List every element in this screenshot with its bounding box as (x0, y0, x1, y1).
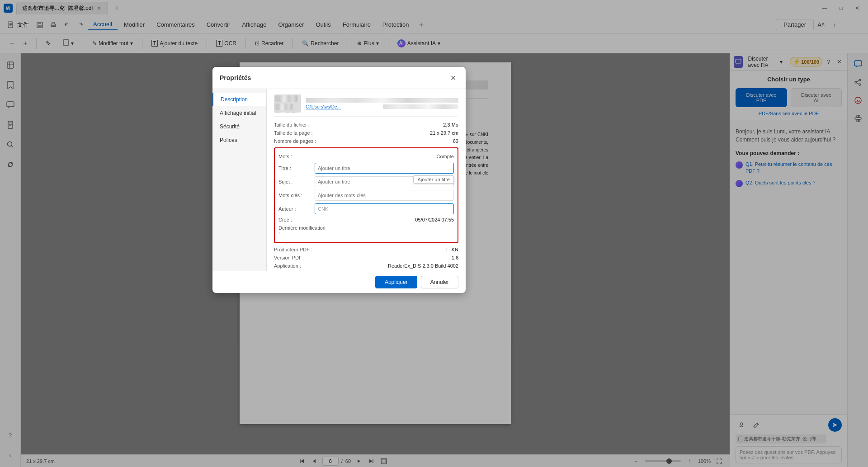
prop-application: Application : ReaderEx_DIS 2.3.0 Build 4… (274, 263, 458, 269)
meta-header: Mots : Compte (278, 152, 454, 161)
dialog-close-button[interactable]: ✕ (448, 72, 458, 83)
dlg-polices-item[interactable]: Polices (212, 133, 266, 147)
dlg-securite-item[interactable]: Sécurité (212, 120, 266, 133)
dialog-body: Description Affichage initial Sécurité P… (212, 89, 466, 271)
file-path-text[interactable]: C:\Users\ws\De... (306, 104, 381, 109)
pdf-info: Producteur PDF : TTKN Version PDF : 1.6 … (274, 247, 458, 269)
auteur-input[interactable] (315, 203, 454, 214)
apply-button[interactable]: Appliquer (375, 276, 417, 288)
dlg-description-item[interactable]: Description (212, 93, 266, 106)
cree-row: Créé : 05/07/2024 07:55 (278, 217, 454, 222)
file-thumbnail (274, 94, 301, 113)
prop-file-size: Taille du fichier : 2,3 Mo (274, 122, 458, 127)
mots-cles-row: Mots-clés : (278, 190, 454, 201)
dialog-sidebar: Description Affichage initial Sécurité P… (212, 89, 267, 271)
titre-row: Titre : Ajouter un titre (278, 163, 454, 174)
cancel-button[interactable]: Annuler (421, 276, 458, 288)
dialog-content: C:\Users\ws\De... Taille du fichier : 2,… (267, 89, 466, 271)
prop-producteur: Producteur PDF : TTKN (274, 247, 458, 252)
dlg-affichage-item[interactable]: Affichage initial (212, 106, 266, 120)
titre-input[interactable] (315, 163, 454, 174)
prop-num-pages: Nombre de pages : 60 (274, 138, 458, 144)
prop-version: Version PDF : 1.6 (274, 255, 458, 260)
file-path-area: C:\Users\ws\De... (306, 98, 458, 109)
mots-cles-input[interactable] (315, 190, 454, 201)
dialog-footer: Appliquer Annuler (212, 271, 466, 293)
meta-section: Mots : Compte Titre : Ajouter un titre S… (274, 147, 458, 243)
auteur-row: Auteur : (278, 203, 454, 214)
titre-tooltip: Ajouter un titre (413, 175, 454, 184)
properties-dialog: Propriétés ✕ Description Affichage initi… (212, 67, 466, 293)
derniere-modification-row: Dernière modification : (278, 225, 454, 236)
prop-page-size: Taille de la page : 21 x 29,7 cm (274, 130, 458, 136)
static-props: Taille du fichier : 2,3 Mo Taille de la … (274, 122, 458, 144)
file-info-header: C:\Users\ws\De... (274, 94, 458, 117)
dialog-header: Propriétés ✕ (212, 67, 466, 89)
dialog-overlay: Propriétés ✕ Description Affichage initi… (0, 0, 868, 467)
dialog-title: Propriétés (220, 74, 448, 81)
